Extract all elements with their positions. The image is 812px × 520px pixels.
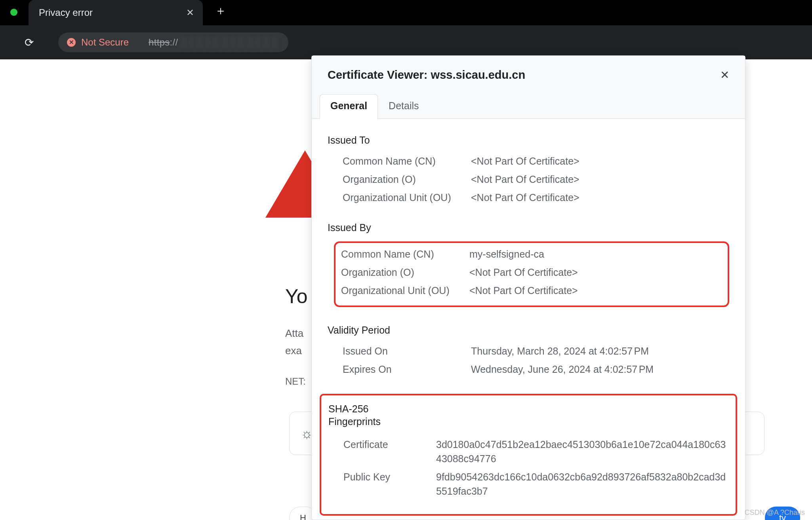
tab-details[interactable]: Details: [378, 94, 429, 119]
not-secure-icon: ✕: [67, 38, 76, 47]
url-display: https://████████████: [149, 37, 279, 48]
issued-to-ou: Organizational Unit (OU)<Not Part Of Cer…: [343, 190, 729, 205]
active-tab[interactable]: Privacy error ✕: [29, 0, 203, 25]
section-issued-by-heading: Issued By: [328, 222, 729, 233]
fingerprint-public-key: Public Key9fdb9054263dc166c10da0632cb6a9…: [343, 470, 728, 498]
issued-to-o: Organization (O)<Not Part Of Certificate…: [343, 172, 729, 186]
dialog-tabs: General Details: [312, 94, 745, 119]
tab-title: Privacy error: [39, 7, 93, 18]
issued-to-cn: Common Name (CN)<Not Part Of Certificate…: [343, 154, 729, 168]
section-fingerprints: Certificate3d0180a0c47d51b2ea12baec45130…: [328, 437, 728, 498]
url-scheme: https: [149, 37, 170, 47]
new-tab-button[interactable]: ＋: [215, 3, 227, 19]
section-fingerprints-heading: SHA-256 Fingerprints: [328, 402, 728, 428]
section-issued-to-heading: Issued To: [328, 135, 729, 146]
tab-strip: Privacy error ✕ ＋: [0, 0, 812, 25]
traffic-light-green[interactable]: [10, 9, 17, 16]
tab-close-icon[interactable]: ✕: [186, 7, 194, 18]
issued-by-o: Organization (O)<Not Part Of Certificate…: [341, 265, 722, 279]
dialog-body: Issued To Common Name (CN)<Not Part Of C…: [312, 119, 745, 520]
issued-by-ou: Organizational Unit (OU)<Not Part Of Cer…: [341, 283, 722, 298]
validity-issued-on: Issued OnThursday, March 28, 2024 at 4:0…: [343, 344, 729, 358]
tab-general[interactable]: General: [320, 94, 378, 119]
validity-expires-on: Expires OnWednesday, June 26, 2024 at 4:…: [343, 362, 729, 376]
certificate-viewer-dialog: Certificate Viewer: wss.sicau.edu.cn ✕ G…: [311, 55, 745, 520]
dialog-title: Certificate Viewer: wss.sicau.edu.cn: [328, 68, 525, 82]
section-validity: Issued OnThursday, March 28, 2024 at 4:0…: [328, 344, 729, 376]
url-host-redacted: ████████████: [180, 37, 280, 47]
highlight-fingerprints: SHA-256 Fingerprints Certificate3d0180a0…: [320, 394, 737, 516]
highlight-issued-by: Common Name (CN)my-selfsigned-ca Organiz…: [334, 241, 729, 307]
reload-icon[interactable]: ⟳: [25, 36, 34, 49]
not-secure-label: Not Secure: [81, 37, 129, 48]
section-issued-to: Common Name (CN)<Not Part Of Certificate…: [328, 154, 729, 205]
net-error-code: NET:: [285, 376, 306, 387]
watermark: CSDN @A ?Charis: [745, 509, 805, 517]
address-bar[interactable]: ✕ Not Secure https://████████████: [58, 32, 288, 52]
issued-by-cn: Common Name (CN)my-selfsigned-ca: [341, 247, 722, 261]
dialog-header: Certificate Viewer: wss.sicau.edu.cn ✕: [312, 56, 745, 94]
close-icon[interactable]: ✕: [720, 68, 729, 82]
toolbar: › ⟳ ✕ Not Secure https://████████████: [0, 25, 812, 59]
section-validity-heading: Validity Period: [328, 325, 729, 336]
fingerprint-certificate: Certificate3d0180a0c47d51b2ea12baec45130…: [343, 437, 728, 466]
error-heading: Yo: [285, 285, 308, 308]
browser-chrome: Privacy error ✕ ＋ › ⟳ ✕ Not Secure https…: [0, 0, 812, 59]
